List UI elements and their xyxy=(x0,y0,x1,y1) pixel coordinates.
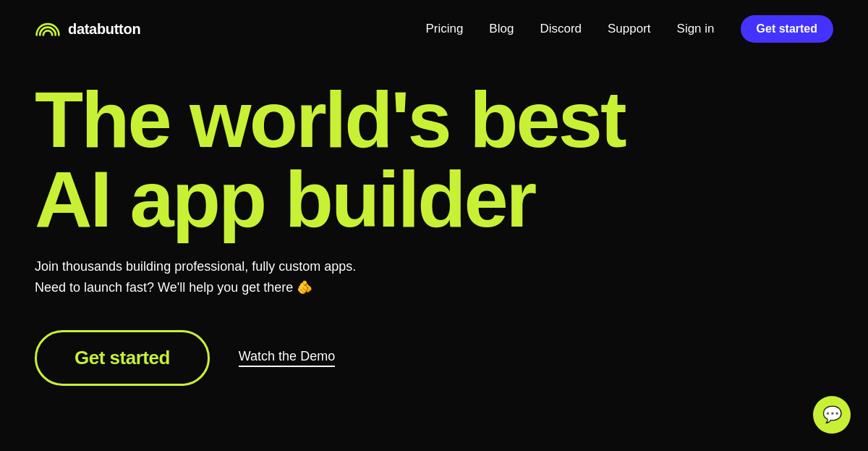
nav-support[interactable]: Support xyxy=(608,22,651,36)
logo-icon xyxy=(35,22,61,36)
hero-subtext-line1: Join thousands building professional, fu… xyxy=(35,259,356,274)
nav-signin[interactable]: Sign in xyxy=(677,22,715,36)
nav-blog[interactable]: Blog xyxy=(489,22,514,36)
chat-bubble-icon: 💬 xyxy=(822,405,842,424)
hero-cta-secondary-button[interactable]: Watch the Demo xyxy=(239,349,335,367)
hero-subtext-line2: Need to launch fast? We'll help you get … xyxy=(35,280,312,295)
brand-name: databutton xyxy=(68,21,140,38)
hero-cta-row: Get started Watch the Demo xyxy=(35,330,833,386)
nav-discord[interactable]: Discord xyxy=(540,22,582,36)
nav-links: Pricing Blog Discord Support Sign in Get… xyxy=(425,15,833,43)
hero-headline: The world's best AI app builder xyxy=(35,80,833,239)
hero-section: The world's best AI app builder Join tho… xyxy=(0,58,868,386)
logo[interactable]: databutton xyxy=(35,21,140,38)
chat-bubble-button[interactable]: 💬 xyxy=(813,396,851,434)
nav-cta-button[interactable]: Get started xyxy=(741,15,833,43)
hero-headline-line1: The world's best xyxy=(35,75,625,164)
hero-cta-primary-button[interactable]: Get started xyxy=(35,330,210,386)
nav-pricing[interactable]: Pricing xyxy=(425,22,463,36)
hero-headline-line2: AI app builder xyxy=(35,154,535,243)
navbar: databutton Pricing Blog Discord Support … xyxy=(0,0,868,58)
hero-subtext: Join thousands building professional, fu… xyxy=(35,256,411,298)
